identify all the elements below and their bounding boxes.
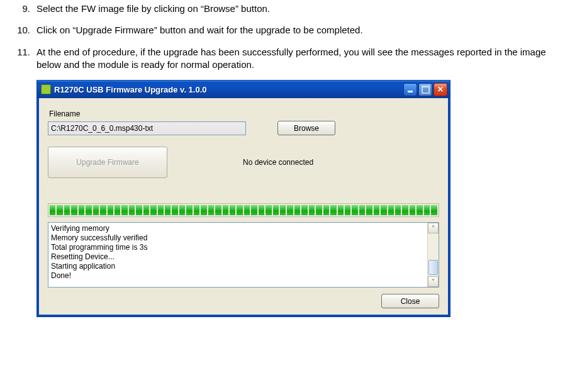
filepath-field[interactable]: C:\R1270C_0_6_0.msp430-txt <box>48 121 246 135</box>
log-line: Resetting Device... <box>51 252 427 262</box>
progress-segment <box>323 205 329 215</box>
progress-segment <box>208 205 214 215</box>
progress-segment <box>251 205 257 215</box>
progress-segment <box>64 205 70 215</box>
window-controls: ✕ <box>403 83 447 96</box>
progress-segment <box>294 205 300 215</box>
progress-segment <box>395 205 401 215</box>
progress-segment <box>424 205 430 215</box>
progress-segment <box>301 205 307 215</box>
progress-segment <box>150 205 156 215</box>
progress-segment <box>57 205 62 215</box>
browse-button[interactable]: Browse <box>277 121 335 135</box>
titlebar[interactable]: R1270C USB Firmware Upgrade v. 1.0.0 ✕ <box>37 81 450 98</box>
progress-segment <box>330 205 336 215</box>
progress-segment <box>280 205 286 215</box>
progress-segment <box>374 205 379 215</box>
upgrade-row: Upgrade Firmware No device connected <box>48 147 439 178</box>
progress-segment <box>244 205 250 215</box>
progress-segment <box>194 205 199 215</box>
progress-segment <box>338 205 344 215</box>
progress-segment <box>259 205 264 215</box>
progress-segment <box>165 205 171 215</box>
progress-segment <box>71 205 77 215</box>
progress-segment <box>129 205 135 215</box>
progress-segment <box>237 205 242 215</box>
scroll-up-button[interactable]: ˄ <box>428 223 439 233</box>
dialog-footer: Close <box>48 294 439 308</box>
progress-segment <box>172 205 177 215</box>
progress-segment <box>316 205 322 215</box>
log-line: Total programming time is 3s <box>51 243 427 252</box>
instruction-step-9: Select the FW image file by clicking on … <box>36 3 554 15</box>
log-line: Memory successfully verified <box>51 233 427 243</box>
instruction-list: Select the FW image file by clicking on … <box>11 3 554 71</box>
upgrade-firmware-button[interactable]: Upgrade Firmware <box>48 147 167 178</box>
log-box[interactable]: Verifying memoryMemory successfully veri… <box>48 222 439 288</box>
progress-segment <box>417 205 422 215</box>
app-icon <box>41 84 51 94</box>
progress-segment <box>115 205 120 215</box>
progress-segment <box>431 205 437 215</box>
progress-segment <box>410 205 415 215</box>
progress-segment <box>100 205 106 215</box>
progress-segment <box>381 205 386 215</box>
progress-segment <box>215 205 221 215</box>
progress-segment <box>388 205 394 215</box>
dialog-body: Filename C:\R1270C_0_6_0.msp430-txt Brow… <box>37 98 450 316</box>
progress-segment <box>266 205 271 215</box>
progress-segment <box>121 205 127 215</box>
progress-segment <box>108 205 113 215</box>
progress-segment <box>179 205 185 215</box>
log-lines: Verifying memoryMemory successfully veri… <box>51 224 427 281</box>
scroll-down-button[interactable]: ˅ <box>428 276 439 287</box>
log-line: Starting application <box>51 262 427 271</box>
log-line: Verifying memory <box>51 224 427 233</box>
progress-segment <box>402 205 408 215</box>
instruction-step-10: Click on “Upgrade Firmware” button and w… <box>36 24 554 36</box>
page: Select the FW image file by clicking on … <box>0 0 565 323</box>
progress-segment <box>287 205 293 215</box>
progress-segment <box>366 205 372 215</box>
filename-label: Filename <box>49 109 439 118</box>
progress-segment <box>309 205 315 215</box>
log-line: Done! <box>51 271 427 281</box>
progress-segment <box>359 205 365 215</box>
screenshot-figure: R1270C USB Firmware Upgrade v. 1.0.0 ✕ F… <box>36 80 554 317</box>
scrollbar[interactable]: ˄ ˅ <box>427 223 439 287</box>
progress-segment <box>186 205 192 215</box>
close-window-button[interactable]: ✕ <box>434 83 447 96</box>
progress-segment <box>201 205 206 215</box>
scroll-thumb[interactable] <box>428 260 438 275</box>
progress-segment <box>345 205 350 215</box>
file-row: C:\R1270C_0_6_0.msp430-txt Browse <box>48 121 439 135</box>
progress-segment <box>136 205 142 215</box>
instruction-step-11: At the end of procedure, if the upgrade … <box>36 46 554 72</box>
status-text: No device connected <box>243 158 313 167</box>
close-button[interactable]: Close <box>381 294 439 308</box>
progress-bar <box>48 203 439 217</box>
minimize-button[interactable] <box>403 83 417 96</box>
progress-segment <box>230 205 235 215</box>
progress-segment <box>143 205 149 215</box>
progress-segment <box>79 205 84 215</box>
progress-segment <box>223 205 228 215</box>
progress-segment <box>352 205 357 215</box>
progress-segment <box>273 205 279 215</box>
upgrade-dialog: R1270C USB Firmware Upgrade v. 1.0.0 ✕ F… <box>36 80 450 317</box>
progress-segment <box>93 205 99 215</box>
progress-segment <box>158 205 164 215</box>
window-title: R1270C USB Firmware Upgrade v. 1.0.0 <box>54 85 403 94</box>
progress-segment <box>86 205 91 215</box>
maximize-button <box>418 83 432 96</box>
progress-segment <box>50 205 55 215</box>
